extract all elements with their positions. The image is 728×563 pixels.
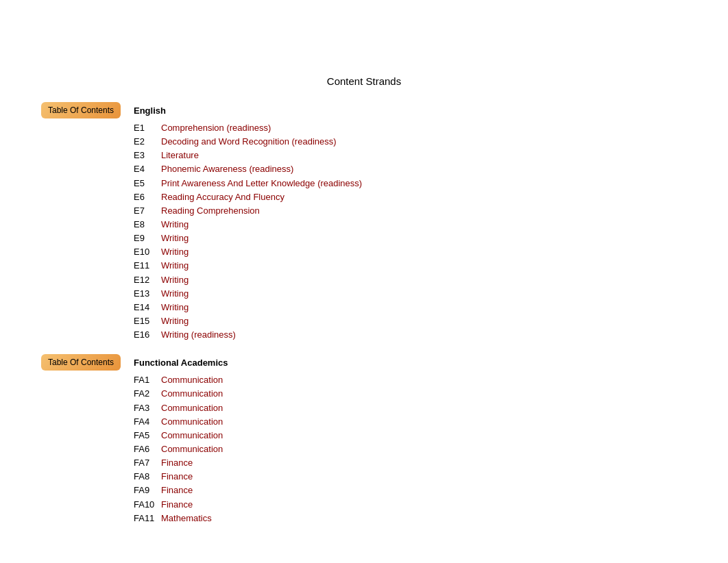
row-label: Reading Comprehension: [161, 204, 260, 218]
row-label: Communication: [161, 429, 223, 442]
row-label: Literature: [161, 149, 199, 162]
row-label: Reading Accuracy And Fluency: [161, 190, 284, 204]
table-row: E13Writing: [134, 287, 728, 301]
row-label: Communication: [161, 442, 223, 456]
toc-button-2-wrapper: Table Of Contents: [41, 353, 134, 372]
table-row: FA4Communication: [134, 415, 728, 429]
english-section: Table Of Contents English E1Comprehensio…: [41, 101, 728, 342]
row-code: FA10: [134, 498, 161, 512]
table-row: FA5Communication: [134, 429, 728, 442]
row-code: FA3: [134, 401, 161, 415]
page-title: Content Strands: [0, 75, 728, 87]
functional-section: Table Of Contents Functional Academics F…: [41, 353, 728, 525]
table-row: FA11Mathematics: [134, 512, 728, 525]
table-row: E9Writing: [134, 232, 728, 245]
row-label: Writing: [161, 287, 189, 301]
row-code: E4: [134, 162, 161, 176]
row-code: FA6: [134, 442, 161, 456]
table-row: E4Phonemic Awareness (readiness): [134, 162, 728, 176]
row-code: E1: [134, 121, 161, 135]
table-row: E11Writing: [134, 259, 728, 273]
row-code: E14: [134, 301, 161, 314]
table-row: FA9Finance: [134, 484, 728, 497]
table-row: E10Writing: [134, 245, 728, 259]
row-label: Writing: [161, 232, 189, 245]
table-row: E1Comprehension (readiness): [134, 121, 728, 135]
content-area: Table Of Contents English E1Comprehensio…: [41, 101, 728, 525]
functional-header: Functional Academics: [134, 358, 228, 368]
toc-button-1-wrapper: Table Of Contents: [41, 101, 134, 120]
table-row: E2Decoding and Word Recognition (readine…: [134, 135, 728, 149]
table-row: E14Writing: [134, 301, 728, 314]
table-row: FA1Communication: [134, 373, 728, 387]
row-label: Mathematics: [161, 512, 212, 525]
table-row: FA6Communication: [134, 442, 728, 456]
row-code: FA4: [134, 415, 161, 429]
table-row: E7Reading Comprehension: [134, 204, 728, 218]
toc-button-2[interactable]: Table Of Contents: [41, 354, 121, 371]
row-label: Finance: [161, 470, 193, 484]
row-label: Communication: [161, 387, 223, 401]
row-label: Writing: [161, 259, 189, 273]
row-label: Writing: [161, 245, 189, 259]
row-code: FA9: [134, 484, 161, 497]
row-label: Writing: [161, 218, 189, 232]
functional-rows: FA1CommunicationFA2CommunicationFA3Commu…: [41, 373, 728, 525]
english-rows: E1Comprehension (readiness)E2Decoding an…: [41, 121, 728, 342]
table-row: FA3Communication: [134, 401, 728, 415]
row-label: Writing: [161, 273, 189, 287]
row-code: E6: [134, 190, 161, 204]
row-code: E13: [134, 287, 161, 301]
row-label: Finance: [161, 484, 193, 497]
row-code: E12: [134, 273, 161, 287]
page-container: Content Strands Table Of Contents Englis…: [0, 75, 728, 525]
table-row: E8Writing: [134, 218, 728, 232]
row-label: Writing (readiness): [161, 328, 236, 342]
row-code: E2: [134, 135, 161, 149]
row-label: Phonemic Awareness (readiness): [161, 162, 293, 176]
row-code: E16: [134, 328, 161, 342]
table-row: E12Writing: [134, 273, 728, 287]
row-label: Communication: [161, 401, 223, 415]
toc-button-1[interactable]: Table Of Contents: [41, 102, 121, 118]
row-label: Finance: [161, 498, 193, 512]
row-label: Comprehension (readiness): [161, 121, 271, 135]
row-label: Communication: [161, 415, 223, 429]
table-row: E16Writing (readiness): [134, 328, 728, 342]
row-code: E8: [134, 218, 161, 232]
row-code: FA11: [134, 512, 161, 525]
table-row: E15Writing: [134, 314, 728, 328]
table-row: E6Reading Accuracy And Fluency: [134, 190, 728, 204]
row-code: FA2: [134, 387, 161, 401]
table-row: FA8Finance: [134, 470, 728, 484]
row-code: E15: [134, 314, 161, 328]
row-code: FA1: [134, 373, 161, 387]
row-label: Writing: [161, 301, 189, 314]
row-label: Writing: [161, 314, 189, 328]
row-code: FA7: [134, 456, 161, 470]
table-row: E3Literature: [134, 149, 728, 162]
row-code: FA8: [134, 470, 161, 484]
row-code: E3: [134, 149, 161, 162]
row-code: E10: [134, 245, 161, 259]
table-row: FA7Finance: [134, 456, 728, 470]
table-row: E5Print Awareness And Letter Knowledge (…: [134, 177, 728, 190]
row-code: E11: [134, 259, 161, 273]
row-label: Decoding and Word Recognition (readiness…: [161, 135, 337, 149]
row-code: E7: [134, 204, 161, 218]
row-label: Communication: [161, 373, 223, 387]
row-code: E5: [134, 177, 161, 190]
table-row: FA2Communication: [134, 387, 728, 401]
row-code: FA5: [134, 429, 161, 442]
table-row: FA10Finance: [134, 498, 728, 512]
english-header: English: [134, 105, 166, 116]
row-label: Print Awareness And Letter Knowledge (re…: [161, 177, 362, 190]
row-label: Finance: [161, 456, 193, 470]
row-code: E9: [134, 232, 161, 245]
